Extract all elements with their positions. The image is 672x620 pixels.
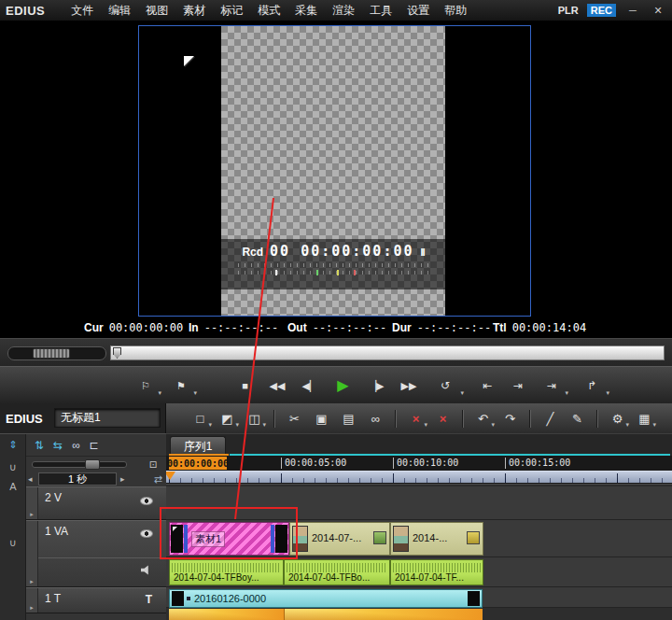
- zoom-slider[interactable]: [32, 461, 127, 468]
- ttl-label: Ttl: [493, 321, 507, 334]
- audio-mute-icon[interactable]: [141, 565, 152, 575]
- clip-thumbnail: [393, 526, 409, 552]
- cut-button[interactable]: ✂: [283, 408, 306, 430]
- sequence-tab[interactable]: 序列1: [170, 436, 226, 456]
- clip-audio-1[interactable]: 2014-07-04-TFBoy...: [169, 559, 284, 585]
- fast-forward-button[interactable]: ▶▶: [393, 373, 425, 398]
- track-header-1t[interactable]: ▸ 1 T T: [26, 587, 166, 613]
- undo-button[interactable]: ↶▾: [471, 408, 495, 430]
- video-visibility-icon[interactable]: [140, 529, 153, 538]
- menu-tools[interactable]: 工具: [362, 1, 399, 21]
- fit-to-window-button[interactable]: ⊡: [145, 458, 161, 471]
- shuttle-handle[interactable]: [33, 348, 70, 359]
- waveform: [287, 563, 387, 572]
- track-header-1va[interactable]: ▸ 1 VA: [26, 520, 166, 587]
- track-patch-icon[interactable]: ⇄: [154, 473, 162, 486]
- rewind-button[interactable]: ◀◀: [261, 373, 293, 398]
- clip-label: 2014-...: [413, 532, 447, 543]
- clip-end-box: [468, 591, 480, 606]
- track-select-button[interactable]: ⇕: [4, 436, 22, 453]
- pause-icon: II: [420, 247, 424, 258]
- sync-lock-button[interactable]: ∪: [4, 458, 22, 475]
- track-expand-handle[interactable]: ▸: [26, 487, 38, 519]
- ruler-mark: 00:00:10:00: [393, 458, 458, 469]
- save-project-button[interactable]: ◫▾: [243, 408, 266, 430]
- track-header-2v[interactable]: ▸ 2 V: [26, 486, 166, 520]
- timeline-area[interactable]: 素材1 2014-07-... 2014-... 2014-07-04-TFBo…: [166, 484, 672, 620]
- open-project-button[interactable]: ◩▾: [216, 408, 239, 430]
- clip-video-2[interactable]: 2014-07-...: [289, 522, 390, 556]
- add-marker-button[interactable]: ⚐▾: [129, 373, 162, 398]
- next-edit-point-button[interactable]: ⇥: [503, 373, 533, 398]
- time-scale-select[interactable]: 1 秒: [38, 472, 117, 486]
- mixer-button[interactable]: ⚙▾: [606, 408, 629, 430]
- track-divider: [38, 557, 166, 558]
- clip-audio-3[interactable]: 2014-07-04-TF...: [390, 559, 483, 585]
- position-thumb[interactable]: [113, 347, 121, 359]
- menu-settings[interactable]: 设置: [399, 1, 437, 21]
- zoom-handle[interactable]: [85, 459, 100, 470]
- project-name-field: 无标题1: [54, 408, 161, 428]
- link-mode-button[interactable]: ∞: [364, 408, 387, 430]
- insert-mode-button[interactable]: ⇅: [35, 439, 44, 452]
- plr-indicator[interactable]: PLR: [558, 5, 579, 16]
- menu-clip[interactable]: 素材: [175, 1, 213, 21]
- clip-title[interactable]: 20160126-0000: [169, 589, 483, 608]
- new-sequence-button[interactable]: □▾: [189, 408, 212, 430]
- position-bar[interactable]: [110, 345, 665, 360]
- marker-list-button[interactable]: ⚑▾: [164, 373, 198, 398]
- menu-file[interactable]: 文件: [63, 1, 101, 21]
- overwrite-mode-button[interactable]: ⇆: [53, 439, 63, 452]
- next-frame-button[interactable]: ▕▶: [360, 373, 392, 398]
- audio-fade-bar: [284, 609, 483, 620]
- layout-button[interactable]: ▦▾: [633, 408, 656, 430]
- loop-playback-button[interactable]: ↺▾: [426, 373, 465, 398]
- clip-audio-2[interactable]: 2014-07-04-TFBo...: [284, 559, 390, 585]
- lock-button[interactable]: A: [4, 478, 22, 495]
- ripple-mode-button[interactable]: ∞: [72, 439, 80, 452]
- letterbox-right: [445, 26, 530, 316]
- clip-video-3[interactable]: 2014-...: [390, 522, 483, 556]
- track-expand-handle[interactable]: ▸: [26, 588, 38, 613]
- dur-value: --:--:--:--: [417, 321, 491, 334]
- lane-video-2v: [166, 486, 672, 520]
- redo-button[interactable]: ↷: [498, 408, 522, 430]
- stop-button[interactable]: ■: [230, 373, 260, 398]
- clip-label: 素材1: [191, 531, 225, 547]
- toolbar-separator: [529, 410, 531, 428]
- shuttle-slider[interactable]: [7, 346, 106, 360]
- sync-lock-button[interactable]: ∪: [4, 534, 22, 551]
- clip-suc-1[interactable]: 素材1: [169, 522, 289, 556]
- trim-mode-button[interactable]: ╱: [539, 408, 562, 430]
- timeline-ruler[interactable]: 00:00:00:00 00:00:05:00 00:00:10:00 00:0…: [166, 456, 672, 484]
- menu-marker[interactable]: 标记: [213, 1, 250, 21]
- menu-render[interactable]: 渲染: [325, 1, 362, 21]
- ripple-delete-button[interactable]: ×▾: [404, 408, 427, 430]
- previous-edit-point-button[interactable]: ⇤: [472, 373, 502, 398]
- scale-prev-icon[interactable]: ◂: [28, 474, 33, 484]
- timeline-logo: EDIUS: [6, 412, 43, 426]
- ruler-tick-strip[interactable]: [166, 471, 672, 483]
- menu-edit[interactable]: 编辑: [101, 1, 138, 21]
- group-mode-button[interactable]: ⊏: [90, 439, 99, 452]
- paste-button[interactable]: ▤: [337, 408, 360, 430]
- track-expand-handle[interactable]: ▸: [26, 521, 38, 586]
- minimize-button[interactable]: ─: [624, 5, 641, 16]
- export-button[interactable]: ↱▾: [573, 373, 610, 398]
- edit-mode-button[interactable]: ✎: [566, 408, 589, 430]
- copy-button[interactable]: ▣: [310, 408, 333, 430]
- close-button[interactable]: ✕: [650, 5, 666, 17]
- play-around-cut-button[interactable]: ⇥▾: [534, 373, 569, 398]
- scale-next-icon[interactable]: ▸: [120, 474, 125, 484]
- play-button[interactable]: ▶: [327, 373, 359, 398]
- delete-button[interactable]: ×: [431, 408, 455, 430]
- video-visibility-icon[interactable]: [140, 497, 153, 505]
- menu-view[interactable]: 视图: [138, 1, 175, 21]
- toolbar-separator: [395, 410, 397, 428]
- previous-frame-button[interactable]: ◀▏: [294, 373, 326, 398]
- menu-capture[interactable]: 采集: [287, 1, 325, 21]
- menu-help[interactable]: 帮助: [437, 1, 474, 21]
- sequence-tab-bar: 序列1: [166, 433, 672, 456]
- rec-indicator[interactable]: REC: [587, 4, 616, 17]
- menu-mode[interactable]: 模式: [250, 1, 287, 21]
